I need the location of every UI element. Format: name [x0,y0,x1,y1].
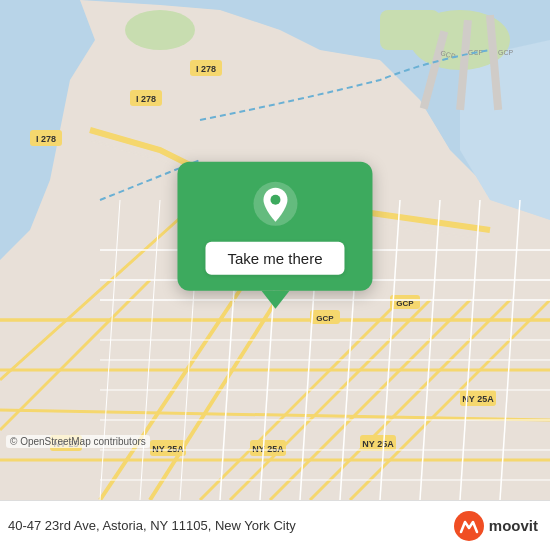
svg-text:NY 25A: NY 25A [252,444,284,454]
moovit-icon [453,510,485,542]
svg-text:I 278: I 278 [136,94,156,104]
svg-rect-3 [380,10,440,50]
moovit-label: moovit [489,517,538,534]
svg-text:NY 25A: NY 25A [152,444,184,454]
map-container: GCP GCP GCP I 278 I 278 I 278 I 278 N [0,0,550,500]
location-pin-icon [251,180,299,228]
svg-text:GCP: GCP [316,314,334,323]
popup-card: Take me there [177,162,372,291]
bottom-bar: 40-47 23rd Ave, Astoria, NY 11105, New Y… [0,500,550,550]
moovit-logo: moovit [453,510,538,542]
location-popup: Take me there [177,162,372,309]
svg-text:NY 25A: NY 25A [362,439,394,449]
svg-point-66 [270,195,280,205]
popup-arrow [261,291,289,309]
address-text: 40-47 23rd Ave, Astoria, NY 11105, New Y… [8,518,453,533]
svg-point-2 [125,10,195,50]
osm-credit: © OpenStreetMap contributors [6,435,150,448]
take-me-there-button[interactable]: Take me there [205,242,344,275]
svg-text:I 278: I 278 [36,134,56,144]
svg-text:I 278: I 278 [196,64,216,74]
svg-text:GCP: GCP [498,49,514,56]
